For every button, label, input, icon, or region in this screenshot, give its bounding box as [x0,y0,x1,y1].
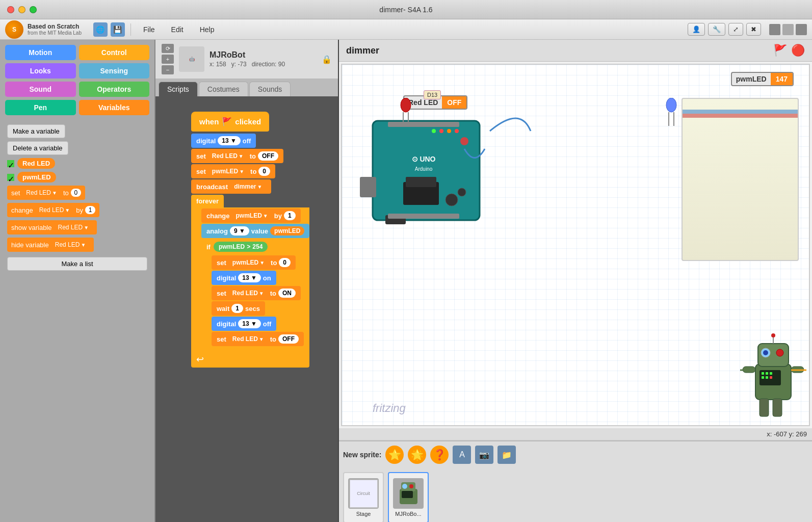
pwmled-val-pill[interactable]: pwmLED [270,226,304,236]
make-list-button[interactable]: Make a list [7,257,147,271]
off-value[interactable]: OFF [258,151,278,161]
digital-13-off-inner[interactable]: digital 13 ▼ off [212,317,276,331]
svg-rect-37 [762,372,764,375]
analog-block[interactable]: analog 9 ▼ value pwmLED [201,224,309,238]
digital-13-off-block[interactable]: digital 13 ▼ off [191,134,256,148]
random-sprite-button[interactable]: 🌟 [408,446,426,464]
set-to-value[interactable]: 0 [71,189,81,197]
digital-port[interactable]: 13 ▼ [218,136,241,145]
pwmled-checkbox[interactable]: ✓ [7,174,14,181]
save-icon[interactable]: 💾 [111,22,125,37]
category-pen[interactable]: Pen [5,100,76,115]
red-led-variable[interactable]: Red LED [17,158,55,169]
port-13-inner[interactable]: 13 ▼ [238,273,261,282]
pwmled-pill[interactable]: pwmLED ▼ [208,167,248,176]
if-block[interactable]: if pwmLED > 254 [201,239,273,254]
view-icon-3[interactable] [796,24,807,35]
set-pwmled-0-block[interactable]: set pwmLED ▼ to 0 [191,164,275,178]
nav-up[interactable]: ⟳ [162,44,174,53]
category-motion[interactable]: Motion [5,45,76,60]
menu-help[interactable]: Help [197,23,218,36]
show-var-pill[interactable]: Red LED ▼ [54,223,93,232]
view-icon-2[interactable] [782,24,794,35]
d13-label: D13 [424,90,441,99]
forever-block[interactable]: forever [191,195,224,207]
zero-inner[interactable]: 0 [279,258,291,267]
mjrobot-thumb[interactable]: MJRoBo... [388,472,429,522]
upload-sprite-button[interactable]: A [453,446,471,464]
hide-var-pill[interactable]: Red LED ▼ [51,240,90,249]
category-sensing[interactable]: Sensing [79,63,150,79]
set-red-led-off-block[interactable]: set Red LED ▼ to OFF [191,149,283,163]
broadcast-block[interactable]: broadcast dimmer ▼ [191,179,271,194]
change-var-pill[interactable]: Red LED ▼ [35,205,74,215]
arduino-svg: ⊙ UNO Arduino [357,116,490,228]
port-9[interactable]: 9 ▼ [230,226,249,236]
pwmled-change-pill[interactable]: pwmLED ▼ [232,211,272,220]
port-13-inner2[interactable]: 13 ▼ [238,319,261,328]
zero-value[interactable]: 0 [258,167,270,176]
red-led-off-pill[interactable]: Red LED ▼ [228,334,268,344]
view-icon-1[interactable] [769,24,780,35]
tab-costumes[interactable]: Costumes [199,82,248,96]
nav-plus[interactable]: + [162,55,174,64]
condition-pill[interactable]: pwmLED > 254 [214,242,268,252]
set-red-led-off-inner[interactable]: set Red LED ▼ to OFF [212,332,304,346]
globe-icon[interactable]: 🌐 [93,22,108,37]
off-inner-value[interactable]: OFF [278,334,299,344]
surprise-sprite-button[interactable]: ❓ [430,446,449,464]
change-red-led-block[interactable]: change Red LED ▼ by 1 [7,203,99,217]
red-led-checkbox[interactable]: ✓ [7,160,14,167]
digital-13-on-block[interactable]: digital 13 ▼ on [212,271,276,285]
camera-sprite-button[interactable]: 📷 [475,446,493,464]
tab-sounds[interactable]: Sounds [249,82,291,96]
red-led-on-pill[interactable]: Red LED ▼ [228,289,268,298]
nav-minus[interactable]: − [162,65,174,74]
category-variables[interactable]: Variables [79,100,150,115]
collapse-button[interactable]: ✖ [746,23,761,36]
change-pwmled-block[interactable]: change pwmLED ▼ by 1 [201,208,301,223]
set-red-led-block[interactable]: set Red LED ▼ to 0 [7,186,85,200]
pwmled-inner-pill[interactable]: pwmLED ▼ [228,258,269,267]
svg-rect-42 [770,376,772,379]
person-button[interactable]: 👤 [688,23,705,36]
titlebar-buttons [7,6,37,13]
set-var-pill[interactable]: Red LED ▼ [22,188,61,197]
set-pwmled-0-inner[interactable]: set pwmLED ▼ to 0 [212,255,296,270]
menu-file[interactable]: File [140,23,158,36]
show-variable-block[interactable]: show variable Red LED ▼ [7,220,97,234]
category-operators[interactable]: Operators [79,82,150,97]
to-label: to [250,152,256,160]
on-value[interactable]: ON [278,289,296,298]
hide-variable-block[interactable]: hide variable Red LED ▼ [7,238,94,252]
tool-button[interactable]: 🔧 [708,23,725,36]
dimmer-pill[interactable]: dimmer ▼ [230,182,266,191]
folder-sprite-button[interactable]: 📁 [497,446,516,464]
red-stop-button[interactable]: 🔴 [791,44,805,57]
stage-thumb[interactable]: Circuit Stage [343,472,384,522]
maximize-button[interactable] [30,6,37,13]
variable-row-red-led: ✓ Red LED [7,158,147,169]
category-looks[interactable]: Looks [5,63,76,79]
delete-variable-button[interactable]: Delete a variable [7,141,68,155]
green-flag-button[interactable]: 🚩 [773,44,787,57]
by-1[interactable]: 1 [284,211,296,220]
make-variable-button[interactable]: Make a variable [7,124,65,138]
wait-1[interactable]: 1 [231,304,243,313]
tab-scripts[interactable]: Scripts [159,82,198,96]
when-clicked-block[interactable]: when 🚩 clicked [191,112,269,132]
category-control[interactable]: Control [79,45,150,60]
lock-icon[interactable]: 🔒 [322,55,332,64]
red-led-pill[interactable]: Red LED ▼ [208,151,248,161]
close-button[interactable] [7,6,14,13]
paint-new-sprite-button[interactable]: ⭐ [385,446,404,464]
expand-button[interactable]: ⤢ [728,23,743,36]
wait-block[interactable]: wait 1 secs [212,301,265,316]
minimize-button[interactable] [18,6,25,13]
change-by-value[interactable]: 1 [85,206,95,214]
pwmled-variable[interactable]: pwmLED [17,172,56,182]
set-label2: set [196,168,206,175]
category-sound[interactable]: Sound [5,82,76,97]
menu-edit[interactable]: Edit [168,23,187,36]
set-red-led-on-block[interactable]: set Red LED ▼ to ON [212,286,301,300]
